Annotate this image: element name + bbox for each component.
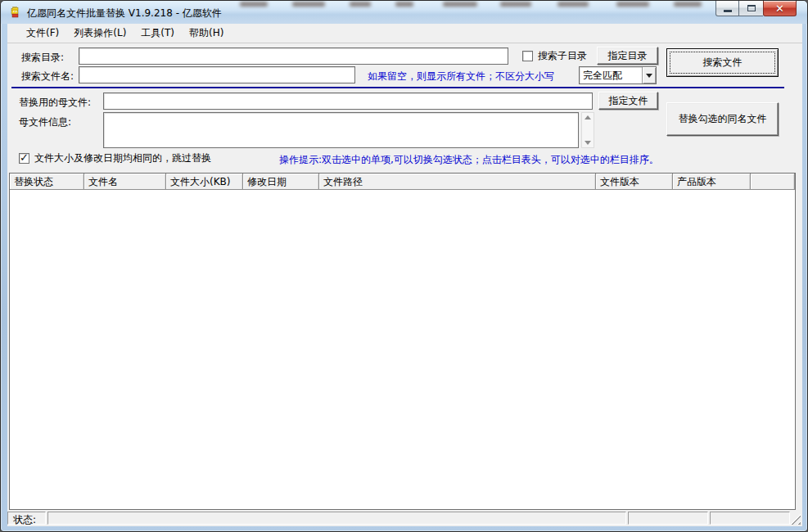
info-scrollbar[interactable]	[581, 112, 594, 148]
close-button[interactable]: ✕	[763, 1, 797, 16]
skip-same-checkbox[interactable]: 文件大小及修改日期均相同的，跳过替换	[19, 151, 211, 165]
checkbox-box[interactable]	[19, 153, 29, 164]
scroll-up-icon[interactable]	[585, 115, 591, 119]
checkbox-label: 搜索子目录	[538, 49, 587, 63]
search-dir-label: 搜索目录:	[21, 51, 64, 65]
menu-tools[interactable]: 工具(T)	[133, 24, 182, 43]
glass-smudge	[616, 2, 649, 7]
close-icon: ✕	[775, 3, 784, 14]
search-name-input[interactable]	[79, 66, 355, 83]
glass-smudge	[443, 2, 477, 7]
master-info-label: 母文件信息:	[19, 115, 71, 129]
status-panel-3	[710, 512, 790, 525]
column-header-product-version[interactable]: 产品版本	[673, 174, 751, 190]
column-header-file-name[interactable]: 文件名	[84, 174, 166, 190]
column-header-modified-date[interactable]: 修改日期	[243, 174, 319, 190]
maximize-icon	[747, 5, 756, 11]
master-file-label: 替换用的母文件:	[19, 96, 91, 110]
search-subdir-checkbox[interactable]: 搜索子目录	[522, 49, 587, 63]
file-list-body[interactable]	[10, 190, 795, 509]
search-dir-input[interactable]	[79, 47, 508, 65]
menu-bar: 文件(F) 列表操作(L) 工具(T) 帮助(H)	[7, 24, 802, 43]
column-header-file-path[interactable]: 文件路径	[319, 174, 596, 190]
window-controls: ✕	[715, 1, 797, 16]
app-icon	[9, 6, 22, 19]
master-file-input[interactable]	[103, 92, 593, 110]
glass-smudge	[674, 2, 702, 7]
checkbox-box[interactable]	[522, 51, 533, 61]
checkbox-label: 文件大小及修改日期均相同的，跳过替换	[34, 151, 211, 165]
match-mode-value: 完全匹配	[580, 67, 642, 83]
menu-file[interactable]: 文件(F)	[19, 24, 66, 43]
maximize-button[interactable]	[739, 1, 763, 16]
search-name-hint: 如果留空，则显示所有文件；不区分大小写	[368, 70, 554, 83]
focus-rect	[670, 52, 775, 74]
status-message-panel	[47, 512, 626, 525]
column-header-filler	[751, 174, 795, 190]
resize-grip[interactable]	[790, 514, 801, 525]
glass-smudge	[500, 2, 531, 7]
search-files-button[interactable]: 搜索文件	[666, 48, 779, 77]
glass-smudge	[292, 2, 325, 7]
column-header-file-size[interactable]: 文件大小(KB)	[166, 174, 243, 190]
chevron-down-icon	[646, 74, 652, 78]
client-area: 文件(F) 列表操作(L) 工具(T) 帮助(H) 搜索目录: 搜索子目录 指定…	[7, 24, 802, 526]
file-list-header: 替换状态 文件名 文件大小(KB) 修改日期 文件路径 文件版本 产品版本	[10, 174, 795, 190]
status-panel-2	[628, 512, 708, 525]
scroll-down-icon[interactable]	[585, 141, 591, 145]
glass-smudge	[240, 2, 268, 7]
separator-line	[11, 87, 784, 88]
combo-dropdown-button[interactable]	[642, 67, 656, 83]
match-mode-select[interactable]: 完全匹配	[579, 66, 657, 84]
glass-smudge	[395, 2, 413, 7]
replace-checked-button[interactable]: 替换勾选的同名文件	[666, 102, 779, 136]
window-title: 亿愿同名文件批量替换 V1.9.218 - 亿愿软件	[27, 7, 222, 20]
file-list[interactable]: 替换状态 文件名 文件大小(KB) 修改日期 文件路径 文件版本 产品版本	[9, 173, 796, 510]
choose-dir-button[interactable]: 指定目录	[597, 47, 658, 65]
titlebar[interactable]: 亿愿同名文件批量替换 V1.9.218 - 亿愿软件 ✕	[1, 1, 807, 24]
glass-smudge	[350, 2, 371, 7]
glass-smudge	[557, 2, 589, 7]
column-header-replace-status[interactable]: 替换状态	[10, 174, 84, 190]
status-label-panel: 状态:	[7, 512, 46, 525]
status-bar: 状态:	[7, 510, 802, 526]
column-header-file-version[interactable]: 文件版本	[596, 174, 673, 190]
choose-file-button[interactable]: 指定文件	[598, 92, 658, 110]
minimize-icon	[724, 10, 732, 12]
master-info-textarea[interactable]	[103, 112, 579, 148]
menu-list-operations[interactable]: 列表操作(L)	[66, 24, 133, 43]
operation-tip: 操作提示:双击选中的单项,可以切换勾选状态；点击栏目表头，可以对选中的栏目排序。	[279, 153, 659, 167]
menu-help[interactable]: 帮助(H)	[182, 24, 231, 43]
search-name-label: 搜索文件名:	[21, 70, 74, 83]
minimize-button[interactable]	[715, 1, 739, 16]
app-window: 亿愿同名文件批量替换 V1.9.218 - 亿愿软件 ✕ 文件(F) 列表操作(…	[0, 0, 808, 532]
